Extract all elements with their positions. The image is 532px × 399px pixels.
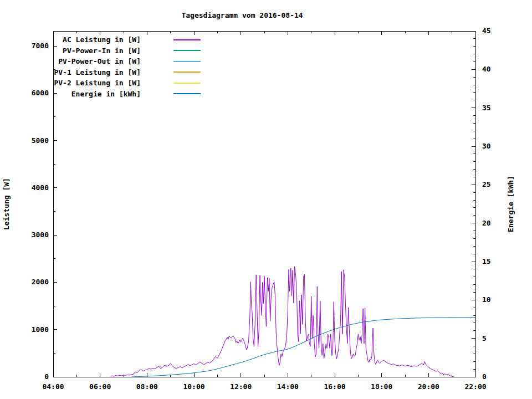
y-left-tick-label: 4000 — [32, 183, 49, 192]
legend-item-label: Energie in [kWh] — [53, 90, 141, 98]
legend-item-label: PV-1 Leistung in [W] — [53, 68, 141, 76]
legend-item: PV-2 Leistung in [W] — [53, 78, 201, 89]
y-right-tick-label: 15 — [482, 257, 491, 265]
y-right-tick-label: 45 — [482, 27, 491, 35]
x-tick-label: 12:00 — [230, 382, 252, 391]
y-right-tick-label: 5 — [482, 334, 487, 342]
x-tick-label: 14:00 — [277, 382, 299, 391]
y-left-tick-label: 1000 — [32, 325, 49, 334]
y-axis-right: 051015202530354045 — [472, 27, 491, 381]
legend-item-label: PV-Power-In in [W] — [53, 47, 141, 55]
legend-item-label: PV-Power-Out in [W] — [53, 57, 141, 65]
legend-line-sample — [173, 39, 201, 40]
x-tick-label: 22:00 — [464, 382, 486, 391]
y-right-tick-label: 35 — [482, 104, 491, 112]
y-left-tick-label: 3000 — [32, 231, 49, 239]
y-right-tick-label: 0 — [482, 372, 487, 381]
legend-item-label: PV-2 Leistung in [W] — [53, 79, 141, 87]
legend-line-sample — [173, 83, 201, 84]
y-right-tick-label: 10 — [482, 295, 491, 304]
x-tick-label: 08:00 — [136, 382, 158, 391]
legend-line-sample — [173, 71, 201, 73]
legend-item: Energie in [kWh] — [53, 89, 201, 100]
legend-item: PV-Power-Out in [W] — [53, 56, 201, 67]
legend: AC Leistung in [W]PV-Power-In in [W]PV-P… — [53, 34, 201, 99]
y-left-tick-label: 7000 — [32, 42, 49, 50]
chart-canvas: Tagesdiagramm vom 2016-08-14 Leistung [W… — [0, 0, 532, 399]
x-tick-label: 20:00 — [418, 382, 439, 391]
x-tick-label: 04:00 — [42, 382, 64, 391]
x-tick-label: 06:00 — [89, 382, 111, 391]
series-energie — [132, 318, 475, 377]
legend-line-sample — [173, 61, 201, 62]
legend-item: PV-1 Leistung in [W] — [53, 67, 201, 78]
y-left-tick-label: 2000 — [32, 278, 49, 286]
series-ac-leistung — [111, 267, 454, 377]
y-left-tick-label: 0 — [44, 372, 49, 381]
y-right-tick-label: 30 — [482, 142, 491, 150]
y-right-tick-label: 20 — [482, 219, 491, 227]
y-right-tick-label: 25 — [482, 180, 491, 188]
x-tick-label: 18:00 — [371, 382, 392, 391]
legend-item: PV-Power-In in [W] — [53, 45, 201, 57]
y-right-tick-label: 40 — [482, 65, 491, 73]
x-tick-label: 16:00 — [324, 382, 345, 391]
legend-item-label: AC Leistung in [W] — [53, 35, 141, 44]
legend-line-sample — [173, 93, 201, 94]
y-left-tick-label: 5000 — [32, 136, 49, 145]
legend-item: AC Leistung in [W] — [53, 34, 201, 45]
legend-line-sample — [173, 50, 201, 51]
y-left-tick-label: 6000 — [32, 89, 49, 97]
x-tick-label: 10:00 — [183, 382, 204, 391]
